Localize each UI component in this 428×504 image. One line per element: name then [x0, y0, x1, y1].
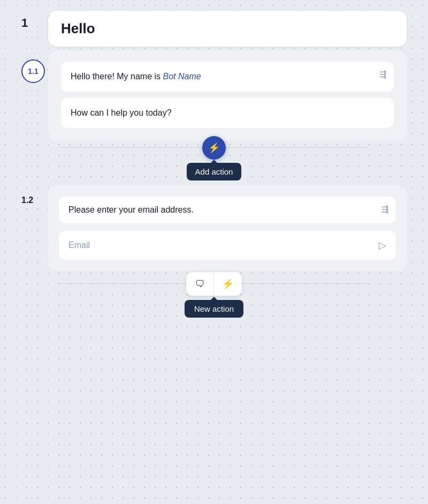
- send-icon[interactable]: ▷: [379, 239, 386, 251]
- step-1-2-row: 1.2 Please enter your email address. ⇶ E…: [21, 186, 407, 270]
- message-bubble-1: Hello there! My name is Bot Name ⇶: [61, 62, 394, 92]
- share-icon-1[interactable]: ⇶: [379, 69, 386, 79]
- bottom-section: 🗨 ⚡ New action: [21, 283, 407, 318]
- step-1-1-number-col: 1.1: [21, 51, 48, 83]
- message-prefix: Hello there! My name is: [71, 72, 163, 81]
- step-1-2-number: 1.2: [21, 186, 48, 205]
- new-action-tooltip: New action: [185, 300, 243, 318]
- message-icon: 🗨: [195, 279, 205, 290]
- step-1-2-card: Please enter your email address. ⇶ Email…: [48, 186, 407, 270]
- connector-section: ⚡ Add action: [21, 147, 407, 180]
- action-buttons-row: 🗨 ⚡: [186, 272, 242, 296]
- share-icon-2[interactable]: ⇶: [381, 204, 388, 214]
- lightning-icon: ⚡: [208, 142, 220, 154]
- email-message-text: Please enter your email address.: [68, 205, 194, 215]
- step-1-number: 1: [21, 11, 48, 30]
- add-action-lightning-button[interactable]: ⚡: [202, 136, 226, 160]
- step-1-1-row: 1.1 Hello there! My name is Bot Name ⇶ H…: [21, 51, 407, 141]
- step-1-title: Hello: [61, 20, 95, 36]
- step-1-1-card: Hello there! My name is Bot Name ⇶ How c…: [48, 51, 407, 141]
- message-text-1: Hello there! My name is Bot Name: [71, 70, 384, 83]
- step-1-row: 1 Hello: [21, 11, 407, 47]
- email-placeholder: Email: [68, 240, 90, 250]
- email-message-bubble: Please enter your email address. ⇶: [59, 197, 396, 223]
- lightning-action-icon: ⚡: [222, 278, 234, 290]
- email-input-row[interactable]: Email ▷: [59, 231, 396, 260]
- message-action-button[interactable]: 🗨: [186, 272, 214, 296]
- message-bubble-2: How can I help you today?: [61, 98, 394, 128]
- step-1-1-badge[interactable]: 1.1: [21, 59, 45, 83]
- add-action-tooltip: Add action: [187, 163, 242, 180]
- bot-name-tag: Bot Name: [163, 72, 201, 81]
- step-1-card: Hello: [48, 11, 407, 47]
- message-text-2: How can I help you today?: [71, 107, 384, 119]
- lightning-action-button[interactable]: ⚡: [214, 272, 242, 296]
